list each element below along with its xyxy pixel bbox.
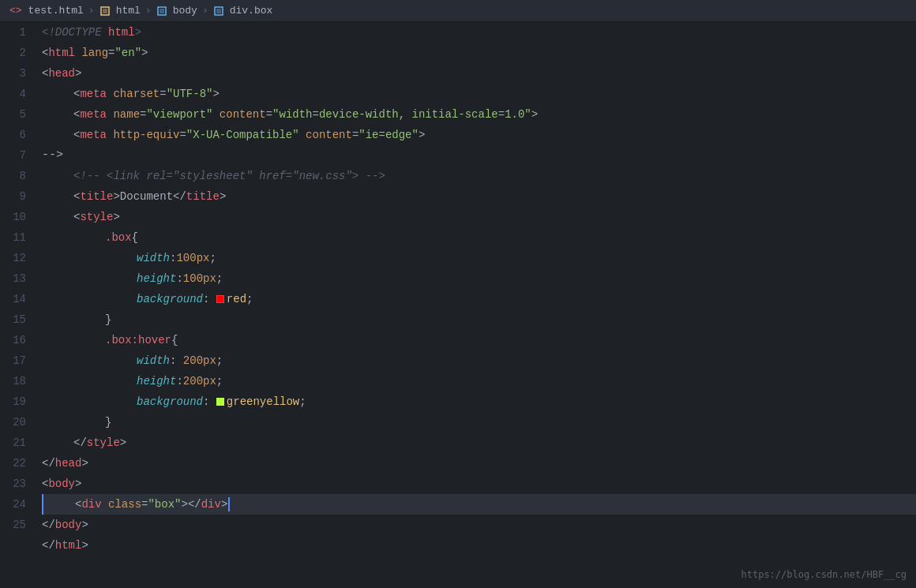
code-line: </style> — [42, 433, 916, 453]
code-line: width: 200px; — [42, 350, 916, 371]
code-line: .box:hover{ — [42, 330, 916, 350]
code-line: } — [42, 412, 916, 433]
breadcrumb-body: body — [173, 5, 197, 17]
svg-rect-3 — [160, 9, 164, 13]
code-line: height:100px; — [42, 268, 916, 289]
breadcrumb-div: div.box — [230, 5, 273, 17]
line-numbers: 1 2 3 4 5 6 7 8 9 10 11 12 13 14 15 16 1… — [0, 22, 36, 582]
breadcrumb-file: test.html — [28, 5, 84, 17]
breadcrumb-sep2: › — [145, 5, 152, 17]
code-line: </html> — [42, 535, 916, 556]
svg-rect-5 — [216, 9, 221, 13]
code-line: background: greenyellow; — [42, 391, 916, 412]
code-content[interactable]: <!DOCTYPE html> <html lang="en"> <head> … — [36, 22, 916, 582]
div-icon — [213, 6, 224, 17]
html-icon — [99, 6, 111, 17]
code-line: <html lang="en"> — [42, 43, 916, 63]
watermark: https://blog.csdn.net/HBF__cg — [741, 569, 907, 580]
code-line: <meta charset="UTF-8"> — [42, 84, 916, 104]
code-line: height:200px; — [42, 371, 916, 391]
code-line: <meta http-equiv="X-UA-Compatible" conte… — [42, 125, 916, 145]
code-line: <meta name="viewport" content="width=dev… — [42, 104, 916, 125]
breadcrumb-sep1: › — [88, 5, 95, 17]
svg-rect-1 — [103, 9, 107, 13]
breadcrumb-html: html — [116, 5, 141, 17]
code-line: <style> — [42, 207, 916, 227]
code-line: .box{ — [42, 227, 916, 248]
code-line: <!DOCTYPE html> — [42, 22, 916, 43]
code-line: <body> — [42, 474, 916, 494]
code-line: <head> — [42, 63, 916, 84]
code-editor[interactable]: 1 2 3 4 5 6 7 8 9 10 11 12 13 14 15 16 1… — [0, 22, 916, 582]
breadcrumb: <> test.html › html › body › div.box — [0, 0, 916, 22]
code-line: <!-- <link rel="stylesheet" href="new.cs… — [42, 166, 916, 186]
code-line: <title>Document</title> — [42, 186, 916, 207]
code-line: background: red; — [42, 289, 916, 309]
breadcrumb-sep3: › — [202, 5, 208, 17]
code-line: } — [42, 309, 916, 330]
code-line-cursor: <div class="box"></div> — [42, 494, 916, 515]
code-line: </head> — [42, 453, 916, 474]
file-icon: <> — [9, 5, 22, 17]
code-line: width:100px; — [42, 248, 916, 268]
body-icon — [156, 6, 167, 17]
code-line: </body> — [42, 515, 916, 535]
